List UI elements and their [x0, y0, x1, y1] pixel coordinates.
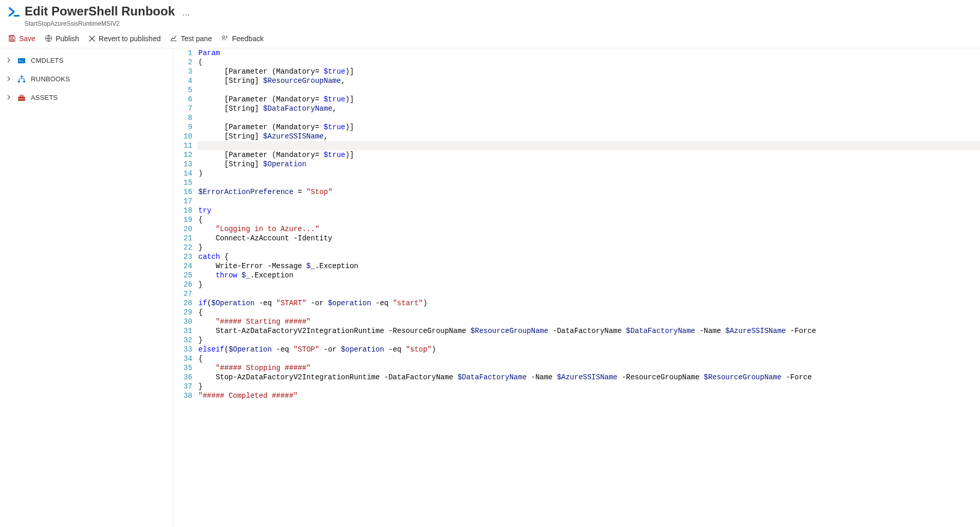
hierarchy-icon: [17, 75, 26, 83]
code-line[interactable]: Start-AzDataFactoryV2IntegrationRuntime …: [198, 326, 980, 336]
page-title: Edit PowerShell Runbook: [25, 4, 175, 19]
code-line[interactable]: "##### Stopping #####": [198, 363, 980, 373]
save-icon: [8, 34, 16, 42]
revert-label: Revert to published: [99, 34, 161, 43]
tree-label: RUNBOOKS: [31, 75, 70, 83]
chevron-right-icon: [6, 94, 12, 101]
line-number: 2: [184, 58, 192, 67]
line-number: 5: [184, 85, 192, 95]
code-line[interactable]: {: [198, 215, 980, 224]
svg-rect-5: [18, 81, 20, 82]
code-line[interactable]: [Parameter (Mandatory= $true)]: [198, 150, 980, 160]
code-line[interactable]: [String] $DataFactoryName,: [198, 104, 980, 113]
code-line[interactable]: "##### Completed #####": [198, 391, 980, 400]
publish-label: Publish: [56, 34, 79, 43]
svg-rect-6: [23, 81, 25, 82]
line-number: 11: [184, 141, 192, 150]
feedback-icon: [221, 34, 229, 42]
x-icon: [88, 35, 96, 42]
revert-button[interactable]: Revert to published: [88, 34, 161, 43]
code-line[interactable]: [String] $Operation: [198, 160, 980, 169]
chart-icon: [170, 34, 177, 42]
powershell-icon: [7, 5, 21, 19]
page-subtitle: StartStopAzureSsisRuntimeMSIV2: [25, 20, 175, 27]
line-number: 29: [184, 308, 192, 317]
code-editor[interactable]: 1234567891011121314151617181920212223242…: [173, 48, 980, 527]
line-number: 10: [184, 132, 192, 141]
code-line[interactable]: [198, 197, 980, 206]
code-line[interactable]: }: [198, 382, 980, 391]
svg-point-2: [223, 36, 225, 39]
more-actions-button[interactable]: …: [182, 8, 191, 17]
line-number: 16: [184, 187, 192, 197]
line-number: 28: [184, 298, 192, 308]
code-line[interactable]: catch {: [198, 252, 980, 261]
code-line[interactable]: [String] $AzureSSISName,: [198, 132, 980, 141]
toolbox-icon: [17, 94, 26, 102]
line-number: 27: [184, 289, 192, 298]
line-number: 30: [184, 317, 192, 326]
tree-item-assets[interactable]: ASSETS: [0, 89, 173, 107]
publish-button[interactable]: Publish: [45, 34, 79, 43]
line-number: 31: [184, 326, 192, 336]
line-number: 3: [184, 67, 192, 76]
code-line[interactable]: }: [198, 280, 980, 289]
code-line[interactable]: [197, 141, 980, 150]
code-line[interactable]: [String] $ResourceGroupName,: [198, 76, 980, 85]
code-line[interactable]: [Parameter (Mandatory= $true)]: [198, 122, 980, 132]
line-number: 32: [184, 336, 192, 345]
code-line[interactable]: Write-Error -Message $_.Exception: [198, 261, 980, 271]
line-number: 4: [184, 76, 192, 85]
line-number: 15: [184, 178, 192, 187]
code-line[interactable]: [Parameter (Mandatory= $true)]: [198, 67, 980, 76]
line-number: 35: [184, 363, 192, 373]
feedback-label: Feedback: [232, 34, 263, 43]
code-line[interactable]: [198, 289, 980, 298]
code-line[interactable]: ): [198, 169, 980, 178]
test-pane-button[interactable]: Test pane: [170, 34, 212, 43]
code-line[interactable]: elseif($Operation -eq "STOP" -or $operat…: [198, 345, 980, 354]
code-line[interactable]: try: [198, 206, 980, 215]
tree-item-cmdlets[interactable]: CMDLETS: [0, 51, 173, 70]
code-line[interactable]: [198, 113, 980, 122]
code-line[interactable]: Stop-AzDataFactoryV2IntegrationRuntime -…: [198, 373, 980, 382]
code-line[interactable]: (: [198, 58, 980, 67]
code-line[interactable]: "##### Starting #####": [198, 317, 980, 326]
code-line[interactable]: $ErrorActionPreference = "Stop": [198, 187, 980, 197]
line-number-gutter: 1234567891011121314151617181920212223242…: [173, 48, 198, 527]
line-number: 14: [184, 169, 192, 178]
code-line[interactable]: if($Operation -eq "START" -or $operation…: [198, 298, 980, 308]
line-number: 9: [184, 122, 192, 132]
line-number: 6: [184, 95, 192, 104]
line-number: 21: [184, 234, 192, 243]
line-number: 1: [184, 48, 192, 58]
code-line[interactable]: [Parameter (Mandatory= $true)]: [198, 95, 980, 104]
line-number: 23: [184, 252, 192, 261]
code-line[interactable]: }: [198, 243, 980, 252]
tree-label: ASSETS: [31, 94, 58, 101]
code-line[interactable]: }: [198, 336, 980, 345]
line-number: 20: [184, 224, 192, 234]
line-number: 13: [184, 160, 192, 169]
chevron-right-icon: [6, 75, 12, 83]
code-line[interactable]: throw $_.Exception: [198, 271, 980, 280]
code-line[interactable]: Param: [198, 48, 980, 58]
line-number: 33: [184, 345, 192, 354]
code-line[interactable]: [198, 85, 980, 95]
line-number: 36: [184, 373, 192, 382]
line-number: 25: [184, 271, 192, 280]
tree-item-runbooks[interactable]: RUNBOOKS: [0, 70, 173, 89]
code-line[interactable]: Connect-AzAccount -Identity: [198, 234, 980, 243]
tree-label: CMDLETS: [31, 57, 64, 64]
code-area[interactable]: Param( [Parameter (Mandatory= $true)] [S…: [198, 48, 980, 527]
line-number: 37: [184, 382, 192, 391]
code-line[interactable]: [198, 178, 980, 187]
code-line[interactable]: {: [198, 354, 980, 363]
svg-rect-4: [21, 76, 23, 77]
save-button[interactable]: Save: [8, 34, 35, 43]
feedback-button[interactable]: Feedback: [221, 34, 263, 43]
code-line[interactable]: {: [198, 308, 980, 317]
command-bar: Save Publish Revert to published: [0, 29, 980, 48]
code-line[interactable]: "Logging in to Azure...": [198, 224, 980, 234]
cmdlets-icon: [17, 57, 26, 65]
